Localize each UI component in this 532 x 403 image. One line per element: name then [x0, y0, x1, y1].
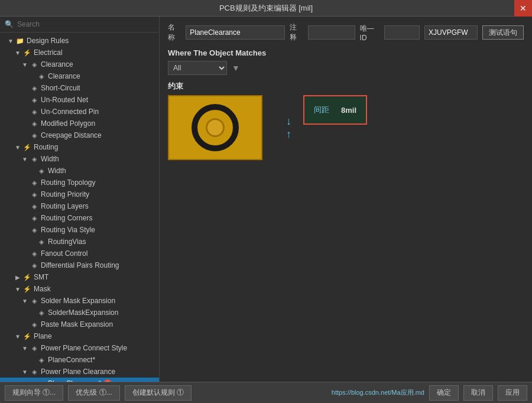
- routing-layers-label: Routing Layers: [41, 202, 89, 210]
- tree-item-design-rules[interactable]: ▼📁Design Rules: [0, 35, 159, 47]
- tree-item-smt[interactable]: ▶⚡SMT: [0, 271, 159, 283]
- diff-pairs-icon: ◈: [30, 261, 39, 270]
- routing-layers-icon: ◈: [30, 202, 39, 211]
- expand-arrow-icon: [28, 356, 35, 363]
- test-button[interactable]: 测试语句: [482, 25, 524, 40]
- tree-item-unconnected-pin[interactable]: ◈Un-Connected Pin: [0, 106, 159, 118]
- routing-icon: ⚡: [22, 142, 32, 152]
- tree-item-routing-via-style[interactable]: ◈Routing Via Style: [0, 224, 159, 236]
- tree-item-solder-mask-group[interactable]: ▼◈Solder Mask Expansion: [0, 295, 159, 307]
- expand-arrow-icon: [28, 309, 35, 316]
- tree-item-fanout-control[interactable]: ◈Fanout Control: [0, 248, 159, 259]
- expand-arrow-icon: [21, 179, 28, 186]
- plane-clearance-item-icon: ◈: [37, 379, 46, 382]
- expand-arrow-icon: [21, 108, 28, 115]
- tree-item-routing-layers[interactable]: ◈Routing Layers: [0, 200, 159, 212]
- tree-item-routing[interactable]: ▼⚡Routing: [0, 141, 159, 153]
- tree-item-power-plane-connect[interactable]: ▼◈Power Plane Connect Style: [0, 342, 159, 354]
- width-group-icon: ◈: [30, 154, 39, 164]
- arrow-up-icon: ↑: [286, 129, 291, 139]
- uid-input[interactable]: [424, 25, 478, 40]
- expand-arrow-icon: ▼: [14, 285, 21, 292]
- modified-polygon-label: Modified Polygon: [41, 119, 95, 128]
- watermark: https://blog.csdn.net/Ma应用.md: [332, 388, 424, 397]
- fanout-control-label: Fanout Control: [41, 249, 87, 258]
- routing-topology-icon: ◈: [30, 178, 39, 187]
- expand-arrow-icon: [21, 84, 28, 92]
- tree-item-plane-clearance-item[interactable]: ◈PlaneClearance*1: [0, 378, 159, 382]
- expand-arrow-icon: [21, 321, 28, 328]
- tree-item-width-item[interactable]: ◈Width: [0, 165, 159, 177]
- tree-item-routing-priority[interactable]: ◈Routing Priority: [0, 188, 159, 200]
- tree-item-creepage-distance[interactable]: ◈Creepage Distance: [0, 129, 159, 141]
- routing-label: Routing: [34, 143, 58, 151]
- constraint-box: 间距 8mil: [303, 95, 367, 125]
- solder-mask-item-label: SolderMaskExpansion: [48, 308, 118, 317]
- tree-item-clearance-group[interactable]: ▼◈Clearance: [0, 58, 159, 70]
- paste-mask-icon: ◈: [30, 320, 39, 329]
- plane-label: Plane: [34, 332, 52, 340]
- solder-mask-item-icon: ◈: [37, 308, 46, 317]
- tree-item-width-group[interactable]: ▼◈Width: [0, 153, 159, 165]
- dropdown-arrow-icon: ▼: [232, 63, 240, 73]
- search-input[interactable]: [17, 20, 154, 28]
- width-group-label: Width: [41, 155, 59, 163]
- cancel-button[interactable]: 取消: [463, 385, 493, 401]
- ok-button[interactable]: 确定: [429, 385, 459, 401]
- expand-arrow-icon: ▼: [14, 333, 21, 340]
- tree-item-short-circuit[interactable]: ◈Short-Circuit: [0, 82, 159, 94]
- tree-item-solder-mask-item[interactable]: ◈SolderMaskExpansion: [0, 307, 159, 318]
- tree-item-plane[interactable]: ▼⚡Plane: [0, 330, 159, 342]
- expand-arrow-icon: ▶: [14, 274, 21, 281]
- tree-item-diff-pairs[interactable]: ◈Differential Pairs Routing: [0, 259, 159, 271]
- clearance-item-label: Clearance: [48, 72, 80, 80]
- tree-item-paste-mask[interactable]: ◈Paste Mask Expansion: [0, 318, 159, 330]
- routing-via-style-label: Routing Via Style: [41, 226, 95, 234]
- clearance-item-icon: ◈: [37, 72, 46, 81]
- expand-arrow-icon: [21, 262, 28, 269]
- plane-icon: ⚡: [22, 332, 32, 341]
- name-input[interactable]: [186, 25, 285, 40]
- design-rules-icon: 📁: [15, 36, 25, 46]
- tree-item-clearance-item[interactable]: ◈Clearance: [0, 70, 159, 82]
- tree-item-routing-vias[interactable]: ◈RoutingVias: [0, 236, 159, 248]
- power-plane-connect-icon: ◈: [30, 343, 39, 353]
- tree-item-modified-polygon[interactable]: ◈Modified Polygon: [0, 118, 159, 129]
- constraint-area: ↓ ↑ 间距 8mil: [168, 95, 524, 166]
- tree-item-plane-connect-item[interactable]: ◈PlaneConnect*: [0, 354, 159, 366]
- comment-input[interactable]: [308, 25, 355, 40]
- power-plane-clearance-icon: ◈: [30, 367, 39, 376]
- routing-vias-label: RoutingVias: [48, 238, 86, 246]
- plane-clearance-item-label: PlaneClearance*: [48, 379, 101, 382]
- tree-item-power-plane-clearance[interactable]: ▼◈Power Plane Clearance: [0, 366, 159, 378]
- electrical-label: Electrical: [34, 48, 63, 57]
- smt-icon: ⚡: [22, 272, 32, 282]
- width-item-label: Width: [48, 167, 66, 175]
- tree-item-routing-corners[interactable]: ◈Routing Corners: [0, 212, 159, 224]
- unconnected-pin-icon: ◈: [30, 107, 39, 116]
- priority-button[interactable]: 优先级 ①...: [68, 385, 119, 401]
- tree-item-unrouted-net[interactable]: ◈Un-Routed Net: [0, 94, 159, 106]
- tree-item-electrical[interactable]: ▼⚡Electrical: [0, 47, 159, 58]
- unrouted-net-label: Un-Routed Net: [41, 96, 88, 104]
- tree-item-mask[interactable]: ▼⚡Mask: [0, 283, 159, 295]
- expand-arrow-icon: ▼: [7, 37, 14, 44]
- routing-via-style-icon: ◈: [30, 225, 39, 235]
- expand-arrow-icon: ▼: [21, 155, 28, 162]
- tree-item-routing-topology[interactable]: ◈Routing Topology: [0, 177, 159, 188]
- close-button[interactable]: ✕: [514, 0, 532, 17]
- expand-arrow-icon: ▼: [21, 297, 28, 304]
- id-input[interactable]: [384, 25, 420, 40]
- clearance-group-icon: ◈: [30, 60, 39, 69]
- comment-label: 注释: [290, 22, 303, 43]
- constraint-title: 约束: [168, 81, 524, 92]
- pcb-inner-ring: [192, 104, 239, 151]
- create-default-button[interactable]: 创建默认规则 ①: [125, 385, 192, 401]
- where-select[interactable]: All Net Net Class Layer: [168, 61, 227, 75]
- wizard-button[interactable]: 规则向导 ①...: [5, 385, 63, 401]
- design-rules-label: Design Rules: [27, 37, 69, 45]
- apply-button[interactable]: 应用: [498, 385, 527, 401]
- short-circuit-icon: ◈: [30, 83, 39, 93]
- width-item-icon: ◈: [37, 166, 46, 176]
- expand-arrow-icon: [21, 214, 28, 222]
